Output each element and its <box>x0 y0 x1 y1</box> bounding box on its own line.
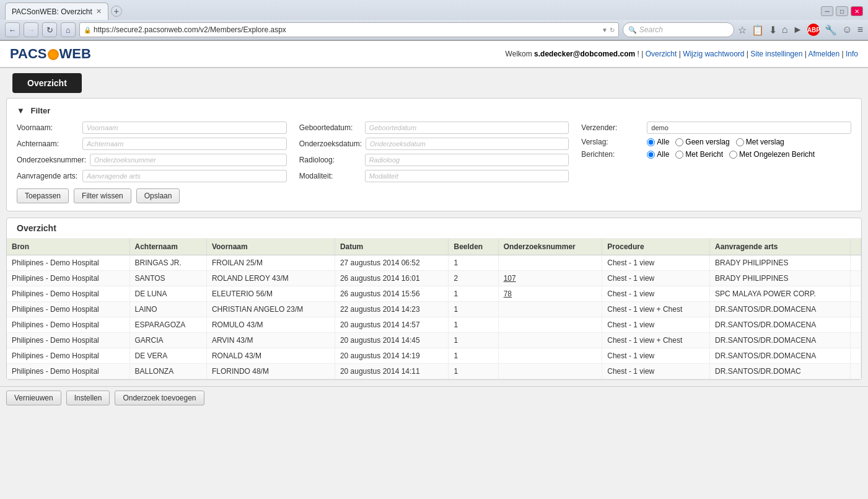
maximize-button[interactable]: □ <box>836 6 848 16</box>
smiley-icon[interactable]: ☺ <box>842 24 852 35</box>
lock-icon: 🔒 <box>84 27 91 33</box>
download-icon[interactable]: ⬇ <box>769 24 777 36</box>
filter-title: Filter <box>31 106 51 115</box>
dropdown-arrow-icon[interactable]: ▼ <box>602 27 608 33</box>
filter-header[interactable]: ▼ Filter <box>17 106 851 115</box>
toepassen-button[interactable]: Toepassen <box>17 188 69 203</box>
refresh-icon[interactable]: ↻ <box>610 27 615 33</box>
nav-site-instellingen[interactable]: Site instellingen <box>750 50 802 58</box>
search-placeholder: Search <box>639 25 663 34</box>
filter-input-voornaam[interactable] <box>82 121 287 134</box>
forward-button[interactable]: → <box>24 22 38 37</box>
back-button[interactable]: ← <box>5 22 20 37</box>
table-cell: FLORINDO 48/M <box>206 364 335 379</box>
filter-column-1: Voornaam: Achternaam: Onderzoeksnummer: … <box>17 121 287 182</box>
table-scroll-area[interactable]: Bron Achternaam Voornaam Datum Beelden O… <box>7 239 861 379</box>
table-cell: 27 augustus 2014 06:52 <box>335 255 449 271</box>
filter-input-achternaam[interactable] <box>82 138 287 150</box>
table-cell: 20 augustus 2014 14:11 <box>335 364 449 379</box>
tab-bar: PACSonWEB: Overzicht ✕ + <box>5 2 122 20</box>
filter-input-onderzoeksdatum[interactable] <box>366 138 569 150</box>
page-title-container: Overzicht <box>0 68 868 98</box>
table-cell: 26 augustus 2014 16:01 <box>335 271 449 286</box>
verslag-geen[interactable]: Geen verslag <box>675 138 729 146</box>
reload-button[interactable]: ↻ <box>42 22 57 37</box>
nav-icons: ☆ 📋 ⬇ ⌂ ► ABP 🔧 ☺ ≡ <box>738 24 863 36</box>
close-button[interactable]: ✕ <box>851 6 863 16</box>
vernieuwen-button[interactable]: Vernieuwen <box>6 391 61 405</box>
filter-input-verzender[interactable] <box>647 121 851 134</box>
table-cell[interactable]: 107 <box>498 271 602 286</box>
table-cell: FROILAN 25/M <box>206 255 335 271</box>
verslag-alle[interactable]: Alle <box>647 138 669 146</box>
filter-arrow-icon: ▼ <box>17 106 25 115</box>
table-row[interactable]: Philipines - Demo HospitalGARCIAARVIN 43… <box>7 333 861 348</box>
search-bar[interactable]: 🔍 Search <box>623 22 734 37</box>
scrollbar-cell <box>851 364 861 379</box>
col-datum: Datum <box>335 239 449 255</box>
welcome-text: Welkom <box>506 50 532 58</box>
filter-radio-berichten: Alle Met Bericht Met Ongelezen Bericht <box>647 150 815 159</box>
new-tab-button[interactable]: + <box>111 6 122 17</box>
filter-input-modaliteit[interactable] <box>365 170 569 182</box>
table-cell: Chest - 1 view + Chest <box>602 302 710 317</box>
table-row[interactable]: Philipines - Demo HospitalSANTOSROLAND L… <box>7 271 861 286</box>
table-cell: ELEUTERIO 56/M <box>206 286 335 302</box>
tab-close-button[interactable]: ✕ <box>96 7 102 15</box>
nav-info[interactable]: Info <box>846 50 858 58</box>
table-cell: DR.SANTOS/DR.DOMACENA <box>710 348 851 364</box>
browser-chrome: PACSonWEB: Overzicht ✕ + ─ □ ✕ ← → ↻ ⌂ 🔒… <box>0 0 868 41</box>
url-bar[interactable]: 🔒 https://secure2.pacsonweb.com/v2/Membe… <box>79 22 619 37</box>
berichten-alle[interactable]: Alle <box>647 150 669 159</box>
tools-icon[interactable]: 🔧 <box>825 24 837 36</box>
filter-radio-verslag: Alle Geen verslag Met verslag <box>647 138 784 146</box>
active-tab[interactable]: PACSonWEB: Overzicht ✕ <box>5 2 108 20</box>
table-cell: DR.SANTOS/DR.DOMAC <box>710 364 851 379</box>
menu-icon[interactable]: ≡ <box>857 24 863 35</box>
filter-column-3: Verzender: Verslag: Alle Geen verslag Me… <box>581 121 851 182</box>
send-icon[interactable]: ► <box>792 24 802 35</box>
house-icon[interactable]: ⌂ <box>782 24 788 35</box>
abp-badge[interactable]: ABP <box>807 24 820 36</box>
filter-wissen-button[interactable]: Filter wissen <box>74 188 131 203</box>
minimize-button[interactable]: ─ <box>821 6 833 16</box>
verslag-met[interactable]: Met verslag <box>736 138 784 146</box>
table-cell: 1 <box>449 333 498 348</box>
table-row[interactable]: Philipines - Demo HospitalDE VERARONALD … <box>7 348 861 364</box>
nav-afmelden[interactable]: Afmelden <box>808 50 840 58</box>
filter-input-onderzoeksnummer[interactable] <box>90 154 287 166</box>
bottom-bar: Vernieuwen Instellen Onderzoek toevoegen <box>0 386 868 409</box>
app-header: PACSWEB Welkom s.dedecker@dobcomed.com !… <box>0 41 868 68</box>
table-row[interactable]: Philipines - Demo HospitalDE LUNAELEUTER… <box>7 286 861 302</box>
col-voornaam: Voornaam <box>206 239 335 255</box>
table-row[interactable]: Philipines - Demo HospitalBRINGAS JR.FRO… <box>7 255 861 271</box>
table-row[interactable]: Philipines - Demo HospitalLAINOCHRISTIAN… <box>7 302 861 317</box>
filter-row-achternaam: Achternaam: <box>17 138 287 150</box>
table-row[interactable]: Philipines - Demo HospitalBALLONZAFLORIN… <box>7 364 861 379</box>
berichten-ongelezen[interactable]: Met Ongelezen Bericht <box>729 150 815 159</box>
table-cell: 1 <box>449 255 498 271</box>
nav-overzicht[interactable]: Overzicht <box>646 50 677 58</box>
clipboard-icon[interactable]: 📋 <box>752 24 764 36</box>
star-icon[interactable]: ☆ <box>738 24 747 36</box>
table-cell <box>498 364 602 379</box>
filter-label-verslag: Verslag: <box>581 138 643 146</box>
table-cell: 2 <box>449 271 498 286</box>
table-cell: Chest - 1 view <box>602 286 710 302</box>
opslaan-button[interactable]: Opslaan <box>136 188 180 203</box>
home-button[interactable]: ⌂ <box>61 22 76 37</box>
table-head: Bron Achternaam Voornaam Datum Beelden O… <box>7 239 861 255</box>
filter-input-aanvragende-arts[interactable] <box>82 170 287 182</box>
instellen-button[interactable]: Instellen <box>66 391 110 405</box>
table-cell: 22 augustus 2014 14:23 <box>335 302 449 317</box>
table-row[interactable]: Philipines - Demo HospitalESPARAGOZAROMU… <box>7 317 861 333</box>
nav-wijzig-wachtwoord[interactable]: Wijzig wachtwoord <box>683 50 744 58</box>
scrollbar-cell <box>851 302 861 317</box>
filter-input-geboortedatum[interactable] <box>365 121 569 134</box>
table-cell: BALLONZA <box>129 364 206 379</box>
filter-row-onderzoeksdatum: Onderzoeksdatum: <box>299 138 569 150</box>
table-cell[interactable]: 78 <box>498 286 602 302</box>
onderzoek-toevoegen-button[interactable]: Onderzoek toevoegen <box>115 391 204 405</box>
filter-input-radioloog[interactable] <box>365 154 569 166</box>
berichten-met[interactable]: Met Bericht <box>675 150 723 159</box>
